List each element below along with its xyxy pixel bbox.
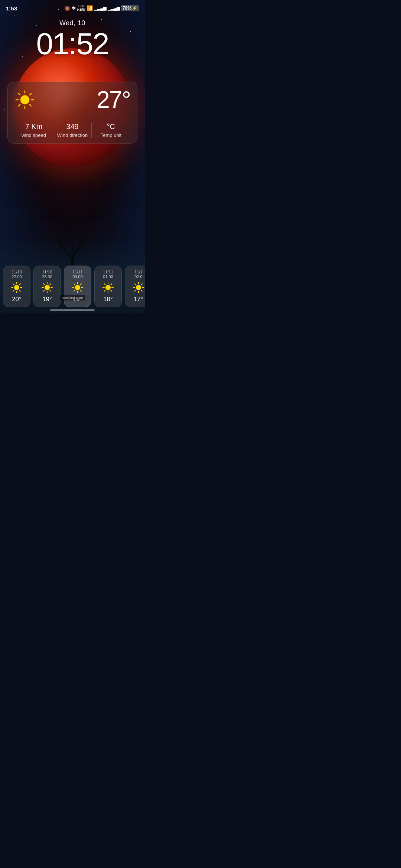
svg-line-48 bbox=[43, 290, 45, 291]
forecast-sun-icon bbox=[72, 282, 84, 293]
battery-container: 78% ⚡ bbox=[121, 5, 139, 11]
svg-line-55 bbox=[80, 290, 81, 291]
svg-point-58 bbox=[105, 285, 111, 290]
forecast-date: 11/1100:00 bbox=[72, 270, 83, 279]
wind-speed-stat: 7 Km wind speed bbox=[14, 117, 53, 143]
svg-line-74 bbox=[141, 284, 142, 285]
wind-speed-value: 7 Km bbox=[14, 122, 53, 131]
data-speed: 1.00KB/S bbox=[77, 4, 85, 12]
svg-line-54 bbox=[74, 284, 75, 285]
signal-icon-2: ▁▂▄▆ bbox=[108, 6, 120, 11]
status-icons: 🔕 ✲ 1.00KB/S 📶 ▁▂▄▆ ▁▂▄▆ 78% ⚡ bbox=[64, 4, 139, 12]
svg-line-57 bbox=[74, 290, 75, 291]
svg-line-19 bbox=[72, 218, 75, 224]
svg-line-72 bbox=[135, 284, 136, 285]
bluetooth-icon: ✲ bbox=[72, 6, 76, 11]
wind-direction-value: 349 bbox=[53, 122, 92, 131]
svg-line-56 bbox=[80, 284, 81, 285]
datetime-container: Wed, 10 01:52 bbox=[0, 19, 145, 59]
weather-top-section: 27° bbox=[14, 88, 130, 117]
forecast-sun-icon bbox=[11, 282, 23, 293]
svg-point-40 bbox=[45, 285, 50, 290]
forecast-item: 11/1023:00 19° bbox=[33, 266, 61, 307]
forecast-sun-icon bbox=[102, 282, 114, 293]
weather-card: 27° 7 Km wind speed 349 Wind direction °… bbox=[7, 82, 137, 144]
temp-unit-value: °C bbox=[92, 122, 130, 131]
svg-line-30 bbox=[19, 105, 20, 106]
svg-line-27 bbox=[19, 93, 20, 95]
wind-direction-stat: 349 Wind direction bbox=[53, 117, 92, 143]
weather-stats-row: 7 Km wind speed 349 Wind direction °C Te… bbox=[14, 117, 130, 143]
svg-point-31 bbox=[14, 285, 19, 290]
svg-line-2 bbox=[72, 244, 82, 259]
temperature-display: 27° bbox=[97, 88, 130, 112]
svg-line-39 bbox=[13, 290, 14, 291]
svg-line-73 bbox=[141, 290, 142, 291]
forecast-date: 11/1022:00 bbox=[12, 270, 22, 279]
svg-line-75 bbox=[135, 290, 136, 291]
status-bar: 1:53 🔕 ✲ 1.00KB/S 📶 ▁▂▄▆ ▁▂▄▆ 78% ⚡ bbox=[0, 0, 145, 16]
temp-unit-stat: °C Temp unit bbox=[92, 117, 130, 143]
svg-line-65 bbox=[111, 284, 112, 285]
temp-unit-label: Temp unit bbox=[92, 132, 130, 138]
forecast-sun-icon bbox=[41, 282, 53, 293]
forecast-temp: 17° bbox=[134, 296, 143, 303]
status-time: 1:53 bbox=[6, 5, 17, 11]
svg-line-47 bbox=[50, 284, 51, 285]
svg-line-66 bbox=[104, 290, 105, 291]
sun-icon bbox=[14, 89, 35, 110]
svg-line-46 bbox=[50, 290, 51, 291]
forecast-date: 11/1023:00 bbox=[42, 270, 52, 279]
forecast-temp: 19° bbox=[42, 296, 52, 303]
svg-point-49 bbox=[75, 285, 80, 290]
svg-point-22 bbox=[20, 95, 29, 104]
wind-speed-label: wind speed bbox=[14, 132, 53, 138]
svg-line-37 bbox=[19, 290, 20, 291]
battery-charging-icon: ⚡ bbox=[132, 6, 137, 11]
svg-line-45 bbox=[43, 284, 45, 285]
svg-line-64 bbox=[111, 290, 112, 291]
svg-line-1 bbox=[61, 246, 72, 261]
wind-direction-label: Wind direction bbox=[53, 132, 92, 138]
time-label: 01:52 bbox=[0, 29, 145, 59]
forecast-date: 11/1101:00 bbox=[103, 270, 113, 279]
date-label: Wed, 10 bbox=[0, 19, 145, 27]
svg-point-67 bbox=[136, 285, 141, 290]
mute-icon: 🔕 bbox=[64, 6, 70, 11]
forecast-sun-icon bbox=[133, 282, 144, 293]
forecast-item: 11/1101:00 18° bbox=[94, 266, 122, 307]
forecast-date: 11/102:0 bbox=[134, 270, 142, 279]
forecast-item: 11/1022:00 20° bbox=[3, 266, 30, 307]
home-indicator[interactable] bbox=[50, 309, 95, 311]
svg-line-36 bbox=[13, 284, 14, 285]
svg-line-28 bbox=[30, 105, 31, 106]
svg-line-38 bbox=[19, 284, 20, 285]
watermark: mostaqi.com bbox=[60, 295, 85, 300]
forecast-item: 11/102:0 17° bbox=[125, 266, 145, 307]
signal-icon-1: ▁▂▄▆ bbox=[94, 6, 106, 11]
svg-line-63 bbox=[104, 284, 105, 285]
forecast-temp: 18° bbox=[103, 296, 113, 303]
battery-level: 78 bbox=[123, 6, 127, 11]
svg-line-29 bbox=[30, 93, 31, 95]
svg-line-18 bbox=[70, 218, 72, 224]
forecast-strip: 11/1022:00 20° 11/1023:00 bbox=[0, 266, 145, 307]
wifi-icon: 📶 bbox=[87, 5, 93, 11]
forecast-temp: 20° bbox=[12, 296, 22, 303]
forecast-item: 11/1100:00 19° bbox=[64, 266, 91, 307]
